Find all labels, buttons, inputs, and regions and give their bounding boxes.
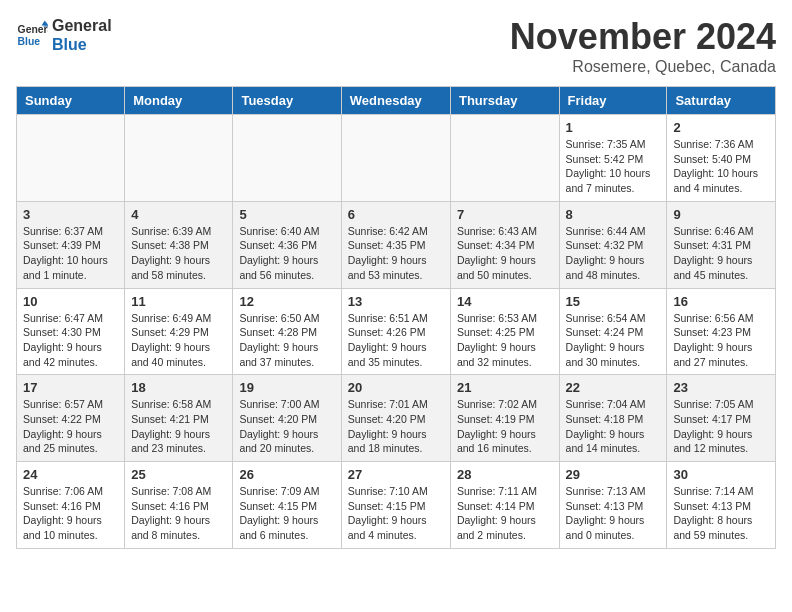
calendar-cell: 22Sunrise: 7:04 AM Sunset: 4:18 PM Dayli… xyxy=(559,375,667,462)
day-info: Sunrise: 6:42 AM Sunset: 4:35 PM Dayligh… xyxy=(348,224,444,283)
day-number: 8 xyxy=(566,207,661,222)
day-number: 23 xyxy=(673,380,769,395)
calendar-cell: 24Sunrise: 7:06 AM Sunset: 4:16 PM Dayli… xyxy=(17,462,125,549)
day-info: Sunrise: 7:36 AM Sunset: 5:40 PM Dayligh… xyxy=(673,137,769,196)
day-number: 16 xyxy=(673,294,769,309)
logo-line1: General xyxy=(52,16,112,35)
day-number: 29 xyxy=(566,467,661,482)
day-info: Sunrise: 7:14 AM Sunset: 4:13 PM Dayligh… xyxy=(673,484,769,543)
calendar-cell: 28Sunrise: 7:11 AM Sunset: 4:14 PM Dayli… xyxy=(450,462,559,549)
day-number: 3 xyxy=(23,207,118,222)
day-number: 21 xyxy=(457,380,553,395)
day-info: Sunrise: 6:50 AM Sunset: 4:28 PM Dayligh… xyxy=(239,311,334,370)
calendar-table: SundayMondayTuesdayWednesdayThursdayFrid… xyxy=(16,86,776,549)
calendar-week-row: 24Sunrise: 7:06 AM Sunset: 4:16 PM Dayli… xyxy=(17,462,776,549)
calendar-cell xyxy=(125,115,233,202)
day-number: 19 xyxy=(239,380,334,395)
calendar-cell: 29Sunrise: 7:13 AM Sunset: 4:13 PM Dayli… xyxy=(559,462,667,549)
calendar-cell: 30Sunrise: 7:14 AM Sunset: 4:13 PM Dayli… xyxy=(667,462,776,549)
logo-icon: General Blue xyxy=(16,19,48,51)
calendar-cell xyxy=(17,115,125,202)
day-number: 7 xyxy=(457,207,553,222)
calendar-cell: 5Sunrise: 6:40 AM Sunset: 4:36 PM Daylig… xyxy=(233,201,341,288)
day-info: Sunrise: 6:54 AM Sunset: 4:24 PM Dayligh… xyxy=(566,311,661,370)
calendar-week-row: 10Sunrise: 6:47 AM Sunset: 4:30 PM Dayli… xyxy=(17,288,776,375)
calendar-cell: 15Sunrise: 6:54 AM Sunset: 4:24 PM Dayli… xyxy=(559,288,667,375)
day-number: 30 xyxy=(673,467,769,482)
calendar-cell: 8Sunrise: 6:44 AM Sunset: 4:32 PM Daylig… xyxy=(559,201,667,288)
day-number: 12 xyxy=(239,294,334,309)
weekday-header-thursday: Thursday xyxy=(450,87,559,115)
day-number: 2 xyxy=(673,120,769,135)
day-number: 10 xyxy=(23,294,118,309)
day-number: 5 xyxy=(239,207,334,222)
day-info: Sunrise: 6:44 AM Sunset: 4:32 PM Dayligh… xyxy=(566,224,661,283)
calendar-cell: 6Sunrise: 6:42 AM Sunset: 4:35 PM Daylig… xyxy=(341,201,450,288)
location-title: Rosemere, Quebec, Canada xyxy=(510,58,776,76)
day-number: 17 xyxy=(23,380,118,395)
calendar-cell xyxy=(233,115,341,202)
month-title: November 2024 xyxy=(510,16,776,58)
day-number: 20 xyxy=(348,380,444,395)
calendar-cell: 3Sunrise: 6:37 AM Sunset: 4:39 PM Daylig… xyxy=(17,201,125,288)
calendar-cell: 4Sunrise: 6:39 AM Sunset: 4:38 PM Daylig… xyxy=(125,201,233,288)
weekday-header-monday: Monday xyxy=(125,87,233,115)
day-number: 18 xyxy=(131,380,226,395)
day-number: 26 xyxy=(239,467,334,482)
day-info: Sunrise: 7:09 AM Sunset: 4:15 PM Dayligh… xyxy=(239,484,334,543)
calendar-week-row: 3Sunrise: 6:37 AM Sunset: 4:39 PM Daylig… xyxy=(17,201,776,288)
title-area: November 2024 Rosemere, Quebec, Canada xyxy=(510,16,776,76)
day-number: 6 xyxy=(348,207,444,222)
day-number: 9 xyxy=(673,207,769,222)
calendar-cell: 18Sunrise: 6:58 AM Sunset: 4:21 PM Dayli… xyxy=(125,375,233,462)
weekday-header-tuesday: Tuesday xyxy=(233,87,341,115)
calendar-cell: 10Sunrise: 6:47 AM Sunset: 4:30 PM Dayli… xyxy=(17,288,125,375)
day-info: Sunrise: 6:58 AM Sunset: 4:21 PM Dayligh… xyxy=(131,397,226,456)
day-number: 15 xyxy=(566,294,661,309)
day-number: 24 xyxy=(23,467,118,482)
day-info: Sunrise: 7:05 AM Sunset: 4:17 PM Dayligh… xyxy=(673,397,769,456)
calendar-week-row: 17Sunrise: 6:57 AM Sunset: 4:22 PM Dayli… xyxy=(17,375,776,462)
weekday-header-saturday: Saturday xyxy=(667,87,776,115)
calendar-cell: 14Sunrise: 6:53 AM Sunset: 4:25 PM Dayli… xyxy=(450,288,559,375)
header-row: SundayMondayTuesdayWednesdayThursdayFrid… xyxy=(17,87,776,115)
calendar-cell: 1Sunrise: 7:35 AM Sunset: 5:42 PM Daylig… xyxy=(559,115,667,202)
day-info: Sunrise: 7:06 AM Sunset: 4:16 PM Dayligh… xyxy=(23,484,118,543)
day-number: 13 xyxy=(348,294,444,309)
day-info: Sunrise: 6:51 AM Sunset: 4:26 PM Dayligh… xyxy=(348,311,444,370)
day-info: Sunrise: 6:39 AM Sunset: 4:38 PM Dayligh… xyxy=(131,224,226,283)
day-number: 11 xyxy=(131,294,226,309)
day-info: Sunrise: 6:47 AM Sunset: 4:30 PM Dayligh… xyxy=(23,311,118,370)
weekday-header-friday: Friday xyxy=(559,87,667,115)
day-number: 28 xyxy=(457,467,553,482)
day-info: Sunrise: 7:04 AM Sunset: 4:18 PM Dayligh… xyxy=(566,397,661,456)
day-number: 4 xyxy=(131,207,226,222)
calendar-cell: 7Sunrise: 6:43 AM Sunset: 4:34 PM Daylig… xyxy=(450,201,559,288)
calendar-cell: 13Sunrise: 6:51 AM Sunset: 4:26 PM Dayli… xyxy=(341,288,450,375)
calendar-cell: 19Sunrise: 7:00 AM Sunset: 4:20 PM Dayli… xyxy=(233,375,341,462)
calendar-cell: 25Sunrise: 7:08 AM Sunset: 4:16 PM Dayli… xyxy=(125,462,233,549)
calendar-cell: 23Sunrise: 7:05 AM Sunset: 4:17 PM Dayli… xyxy=(667,375,776,462)
day-info: Sunrise: 6:40 AM Sunset: 4:36 PM Dayligh… xyxy=(239,224,334,283)
calendar-cell: 20Sunrise: 7:01 AM Sunset: 4:20 PM Dayli… xyxy=(341,375,450,462)
day-info: Sunrise: 7:02 AM Sunset: 4:19 PM Dayligh… xyxy=(457,397,553,456)
day-info: Sunrise: 6:46 AM Sunset: 4:31 PM Dayligh… xyxy=(673,224,769,283)
day-info: Sunrise: 6:53 AM Sunset: 4:25 PM Dayligh… xyxy=(457,311,553,370)
day-info: Sunrise: 7:10 AM Sunset: 4:15 PM Dayligh… xyxy=(348,484,444,543)
calendar-cell xyxy=(450,115,559,202)
day-info: Sunrise: 7:13 AM Sunset: 4:13 PM Dayligh… xyxy=(566,484,661,543)
day-info: Sunrise: 7:08 AM Sunset: 4:16 PM Dayligh… xyxy=(131,484,226,543)
calendar-cell: 16Sunrise: 6:56 AM Sunset: 4:23 PM Dayli… xyxy=(667,288,776,375)
header: General Blue General Blue November 2024 … xyxy=(16,16,776,76)
day-info: Sunrise: 7:11 AM Sunset: 4:14 PM Dayligh… xyxy=(457,484,553,543)
day-info: Sunrise: 7:01 AM Sunset: 4:20 PM Dayligh… xyxy=(348,397,444,456)
logo: General Blue General Blue xyxy=(16,16,112,54)
calendar-cell: 2Sunrise: 7:36 AM Sunset: 5:40 PM Daylig… xyxy=(667,115,776,202)
calendar-week-row: 1Sunrise: 7:35 AM Sunset: 5:42 PM Daylig… xyxy=(17,115,776,202)
calendar-cell: 9Sunrise: 6:46 AM Sunset: 4:31 PM Daylig… xyxy=(667,201,776,288)
calendar-cell: 12Sunrise: 6:50 AM Sunset: 4:28 PM Dayli… xyxy=(233,288,341,375)
day-info: Sunrise: 6:37 AM Sunset: 4:39 PM Dayligh… xyxy=(23,224,118,283)
weekday-header-sunday: Sunday xyxy=(17,87,125,115)
day-info: Sunrise: 6:56 AM Sunset: 4:23 PM Dayligh… xyxy=(673,311,769,370)
logo-line2: Blue xyxy=(52,35,112,54)
